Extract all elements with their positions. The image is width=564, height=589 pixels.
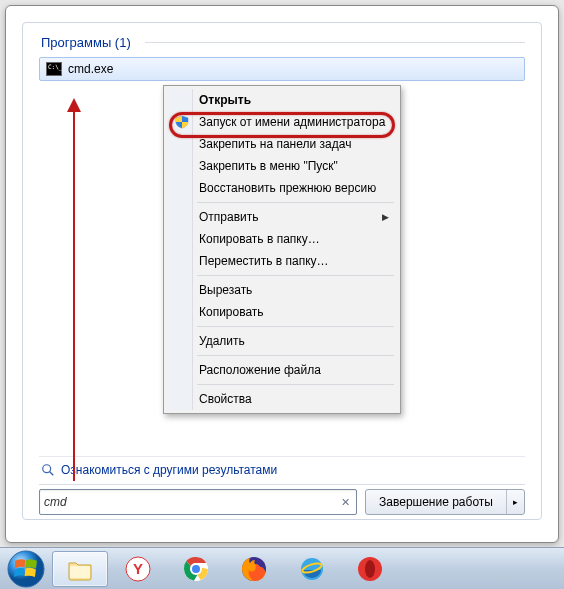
ctx-label: Копировать в папку… (199, 232, 320, 246)
ctx-label: Удалить (199, 334, 245, 348)
annotation-arrow-head (67, 98, 81, 112)
taskbar-firefox[interactable] (226, 551, 282, 587)
ctx-label: Вырезать (199, 283, 252, 297)
svg-line-1 (50, 472, 54, 476)
ctx-run-as-admin-label: Запуск от имени администратора (199, 115, 385, 129)
search-icon (41, 463, 55, 477)
ctx-file-location[interactable]: Расположение файла (167, 359, 397, 381)
ctx-open[interactable]: Открыть (167, 89, 397, 111)
cmd-icon (46, 62, 62, 76)
taskbar: Y (0, 547, 564, 589)
chevron-right-icon: ▶ (382, 212, 389, 222)
ctx-run-as-admin[interactable]: Запуск от имени администратора (167, 111, 397, 133)
see-more-results-link[interactable]: Ознакомиться с другими результатами (41, 463, 277, 477)
ctx-move-to-folder[interactable]: Переместить в папку… (167, 250, 397, 272)
search-row: ✕ Завершение работы ▸ (39, 489, 525, 515)
search-box[interactable]: ✕ (39, 489, 357, 515)
search-result-label: cmd.exe (68, 62, 113, 76)
ctx-separator (197, 355, 394, 356)
ctx-label: Восстановить прежнюю версию (199, 181, 376, 195)
context-menu: Открыть Запуск от имени администратора З… (163, 85, 401, 414)
ctx-cut[interactable]: Вырезать (167, 279, 397, 301)
taskbar-opera[interactable] (342, 551, 398, 587)
ctx-separator (197, 202, 394, 203)
ctx-label: Отправить (199, 210, 259, 224)
divider (39, 484, 525, 485)
annotation-arrow-line (73, 111, 75, 481)
clear-icon[interactable]: ✕ (338, 495, 352, 509)
svg-point-0 (43, 465, 51, 473)
svg-rect-3 (70, 566, 90, 578)
taskbar-yandex[interactable]: Y (110, 551, 166, 587)
ctx-delete[interactable]: Удалить (167, 330, 397, 352)
search-input[interactable] (44, 495, 338, 509)
ctx-label: Копировать (199, 305, 264, 319)
taskbar-chrome[interactable] (168, 551, 224, 587)
opera-icon (357, 556, 383, 582)
ctx-open-label: Открыть (199, 93, 251, 107)
chrome-icon (183, 556, 209, 582)
svg-text:Y: Y (133, 560, 143, 577)
shutdown-button[interactable]: Завершение работы ▸ (365, 489, 525, 515)
svg-point-7 (191, 564, 201, 574)
ctx-send-to[interactable]: Отправить▶ (167, 206, 397, 228)
ctx-separator (197, 384, 394, 385)
ctx-label: Переместить в папку… (199, 254, 329, 268)
folder-icon (67, 556, 93, 582)
yandex-icon: Y (125, 556, 151, 582)
shutdown-label: Завершение работы (366, 495, 506, 509)
uac-shield-icon (175, 115, 189, 129)
ctx-label: Свойства (199, 392, 252, 406)
ctx-label: Закрепить в меню "Пуск" (199, 159, 338, 173)
taskbar-ie[interactable] (284, 551, 340, 587)
chevron-right-icon: ▸ (513, 497, 518, 507)
divider (39, 456, 525, 457)
ie-icon (299, 556, 325, 582)
ctx-pin-start[interactable]: Закрепить в меню "Пуск" (167, 155, 397, 177)
firefox-icon (241, 556, 267, 582)
shutdown-options-button[interactable]: ▸ (506, 490, 524, 514)
section-rule (145, 42, 525, 43)
search-result-cmd[interactable]: cmd.exe (39, 57, 525, 81)
ctx-label: Закрепить на панели задач (199, 137, 351, 151)
ctx-separator (197, 275, 394, 276)
ctx-label: Расположение файла (199, 363, 321, 377)
svg-point-12 (365, 560, 375, 578)
start-button[interactable] (6, 549, 46, 589)
ctx-copy[interactable]: Копировать (167, 301, 397, 323)
see-more-label: Ознакомиться с другими результатами (61, 463, 277, 477)
ctx-separator (197, 326, 394, 327)
ctx-pin-taskbar[interactable]: Закрепить на панели задач (167, 133, 397, 155)
taskbar-explorer[interactable] (52, 551, 108, 587)
ctx-copy-to-folder[interactable]: Копировать в папку… (167, 228, 397, 250)
ctx-properties[interactable]: Свойства (167, 388, 397, 410)
ctx-restore-previous[interactable]: Восстановить прежнюю версию (167, 177, 397, 199)
